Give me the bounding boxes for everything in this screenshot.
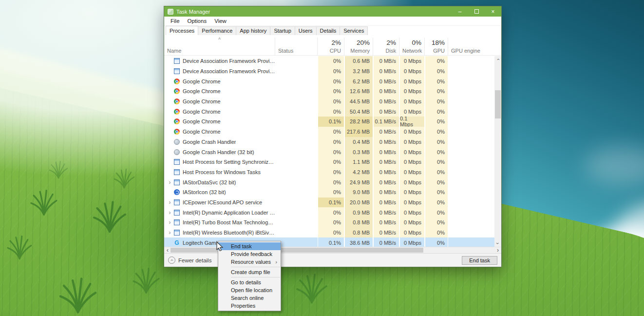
scroll-right-icon[interactable]: › [494, 247, 501, 253]
disk-cell: 0 MB/s [373, 56, 399, 66]
tab-services[interactable]: Services [340, 26, 368, 35]
table-row[interactable]: › Intel(R) Turbo Boost Max Technology 3.… [164, 217, 494, 228]
gpu-cell: 0% [425, 177, 448, 187]
cpu-cell: 0% [318, 187, 344, 198]
memory-cell: 0.8 MB [344, 217, 373, 228]
gpu-engine-cell [448, 177, 494, 187]
table-row[interactable]: › ICEpower ICEsound APO service 0.1% 20.… [164, 198, 494, 208]
memory-cell: 38.6 MB [344, 237, 373, 247]
table-row[interactable]: › Intel(R) Wireless Bluetooth(R) iBtSiva… [164, 228, 494, 238]
minimize-button[interactable]: – [452, 6, 468, 17]
network-cell: 0 Mbps [399, 106, 425, 117]
expand-chevron-icon[interactable]: › [167, 179, 173, 185]
status-cell [275, 76, 318, 86]
table-row[interactable]: › Logitech Gaming 0.1% 38.6 MB 0 MB/s 0 … [164, 237, 494, 247]
table-row[interactable]: › Google Chrome 0% 6.2 MB 0 MB/s 0 Mbps … [164, 76, 494, 86]
menu-file[interactable]: File [167, 17, 184, 25]
chrome-icon [174, 118, 180, 124]
gpu-cell: 0% [425, 237, 448, 247]
scroll-left-icon[interactable]: ‹ [164, 247, 171, 253]
expand-chevron-icon[interactable]: › [167, 199, 173, 205]
network-cell: 0 Mbps [399, 228, 425, 238]
process-name: Host Process for Setting Synchronization [183, 159, 275, 165]
memory-cell: 6.2 MB [344, 76, 373, 86]
table-row[interactable]: › Google Chrome 0% 12.6 MB 0 MB/s 0 Mbps… [164, 86, 494, 97]
column-header-gpu-engine[interactable]: GPU engine [448, 38, 501, 55]
tab-users[interactable]: Users [295, 26, 317, 35]
tab-details[interactable]: Details [316, 26, 341, 35]
gpu-cell: 0% [425, 207, 448, 217]
cpu-cell: 0% [318, 147, 344, 157]
table-row[interactable]: › Google Chrome 0% 44.5 MB 0 MB/s 0 Mbps… [164, 97, 494, 107]
expand-chevron-icon[interactable]: › [167, 230, 173, 236]
table-row[interactable]: › Google Crash Handler (32 bit) 0% 0.3 M… [164, 147, 494, 157]
table-row[interactable]: › IAStorIcon (32 bit) 0% 9.0 MB 0 MB/s 0… [164, 187, 494, 198]
disk-cell: 0 MB/s [373, 137, 399, 147]
column-header-cpu[interactable]: 2% CPU [318, 38, 344, 55]
tab-startup[interactable]: Startup [270, 26, 295, 35]
disk-cell: 0 MB/s [373, 177, 399, 187]
menu-view[interactable]: View [210, 17, 230, 25]
close-button[interactable]: × [485, 6, 501, 17]
status-cell [275, 66, 318, 77]
column-header-disk[interactable]: 2% Disk [373, 38, 399, 55]
maximize-button[interactable] [468, 6, 485, 17]
table-row[interactable]: › Google Chrome 0.1% 28.2 MB 0.1 MB/s 0.… [164, 117, 494, 127]
table-row[interactable]: › Google Crash Handler 0% 0.4 MB 0 MB/s … [164, 137, 494, 147]
expand-chevron-icon[interactable]: › [167, 219, 173, 225]
context-menu-item-provide-feedback[interactable]: Provide feedback [218, 250, 281, 258]
vertical-scrollbar[interactable]: › › [494, 56, 501, 247]
table-row[interactable]: › IAStorDataSvc (32 bit) 0% 24.9 MB 0 MB… [164, 177, 494, 187]
table-row[interactable]: › Google Chrome 0% 50.4 MB 0 MB/s 0 Mbps… [164, 106, 494, 117]
cpu-cell: 0% [318, 66, 344, 77]
tab-performance[interactable]: Performance [198, 26, 236, 35]
table-row[interactable]: › Intel(R) Dynamic Application Loader Ho… [164, 207, 494, 217]
context-menu-item-go-to-details[interactable]: Go to details [218, 278, 281, 286]
column-header-memory[interactable]: 20% Memory [344, 38, 373, 55]
menu-options[interactable]: Options [184, 17, 211, 25]
gpu-cell: 0% [425, 217, 448, 228]
network-cell: 0 Mbps [399, 157, 425, 167]
column-header-gpu[interactable]: 18% GPU [425, 38, 448, 55]
scroll-up-icon[interactable]: › [494, 56, 501, 63]
memory-cell: 217.6 MB [344, 127, 373, 137]
context-menu-item-end-task[interactable]: End task [218, 242, 281, 250]
process-name: Google Crash Handler (32 bit) [183, 149, 254, 155]
context-menu-item-open-file-location[interactable]: Open file location [218, 286, 281, 294]
arrows-icon [174, 189, 180, 195]
network-cell: 0 Mbps [399, 86, 425, 97]
titlebar[interactable]: Task Manager – × [164, 6, 501, 17]
vertical-scrollbar-thumb[interactable] [495, 90, 501, 118]
tab-app-history[interactable]: App history [236, 26, 270, 35]
table-row[interactable]: › Device Association Framework Provider … [164, 56, 494, 66]
cpu-cell: 0% [318, 167, 344, 178]
tab-bar: ProcessesPerformanceApp historyStartupUs… [164, 26, 501, 35]
context-menu-item-resource-values[interactable]: Resource values› [218, 258, 281, 266]
end-task-button[interactable]: End task [462, 256, 497, 265]
memory-cell: 0.8 MB [344, 228, 373, 238]
column-header-network[interactable]: 0% Network [399, 38, 425, 55]
context-menu-item-create-dump-file[interactable]: Create dump file [218, 268, 281, 276]
scroll-down-icon[interactable]: › [494, 240, 501, 247]
memory-cell: 1.1 MB [344, 157, 373, 167]
tab-processes[interactable]: Processes [166, 26, 198, 35]
cpu-cell: 0% [318, 56, 344, 66]
column-header-status[interactable]: Status [275, 38, 318, 55]
horizontal-scrollbar-thumb[interactable] [170, 248, 423, 253]
table-row[interactable]: › Host Process for Windows Tasks 0% 4.2 … [164, 167, 494, 178]
disk-cell: 0 MB/s [373, 86, 399, 97]
network-cell: 0 Mbps [399, 217, 425, 228]
fewer-details-toggle[interactable]: › Fewer details [168, 257, 211, 264]
context-menu-item-search-online[interactable]: Search online [218, 294, 281, 302]
expand-chevron-icon[interactable]: › [167, 210, 173, 216]
gpu-cell: 0% [425, 86, 448, 97]
gpu-engine-cell [448, 228, 494, 238]
context-menu-item-properties[interactable]: Properties [218, 302, 281, 310]
memory-cell: 24.9 MB [344, 177, 373, 187]
table-row[interactable]: › Device Association Framework Provider … [164, 66, 494, 77]
window-icon [174, 58, 180, 64]
horizontal-scrollbar[interactable]: ‹ › [164, 247, 501, 253]
table-row[interactable]: › Host Process for Setting Synchronizati… [164, 157, 494, 167]
column-header-name[interactable]: ^ Name [164, 38, 275, 55]
table-row[interactable]: › Google Chrome 0% 217.6 MB 0 MB/s 0 Mbp… [164, 127, 494, 137]
